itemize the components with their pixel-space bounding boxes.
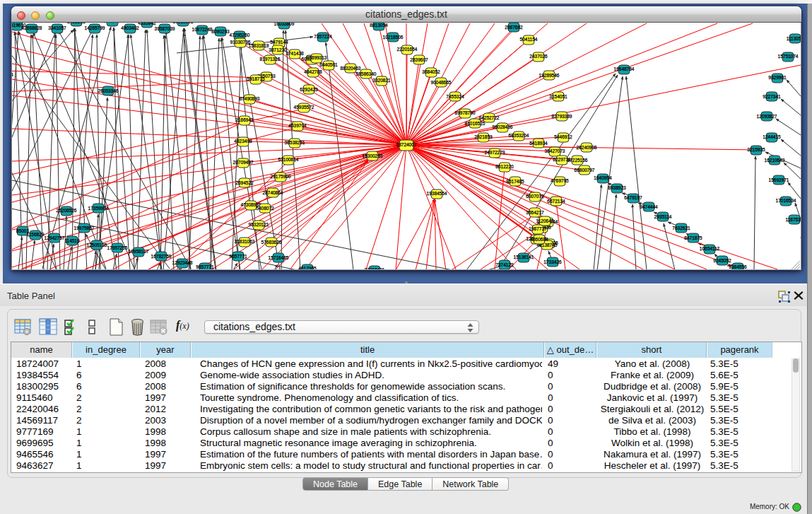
- svg-text:4335942: 4335942: [138, 23, 156, 25]
- svg-text:3684052: 3684052: [422, 69, 440, 74]
- svg-text:10958107: 10958107: [129, 249, 149, 254]
- svg-text:68353204: 68353204: [509, 133, 529, 138]
- svg-text:3154051: 3154051: [549, 94, 567, 99]
- svg-text:6672134: 6672134: [547, 199, 565, 204]
- svg-text:3320821: 3320821: [372, 78, 391, 83]
- svg-text:15716485: 15716485: [269, 255, 289, 260]
- svg-text:47295260: 47295260: [230, 33, 250, 37]
- svg-text:17957255: 17957255: [107, 245, 128, 250]
- svg-text:38538251: 38538251: [285, 140, 305, 145]
- svg-text:14265799: 14265799: [85, 25, 105, 30]
- svg-text:26053346: 26053346: [98, 88, 119, 93]
- svg-text:88320463: 88320463: [341, 66, 361, 71]
- svg-text:3741438: 3741438: [286, 51, 304, 56]
- svg-text:7455324: 7455324: [446, 94, 464, 99]
- svg-text:4539704: 4539704: [288, 123, 307, 128]
- svg-text:26206526: 26206526: [57, 208, 77, 213]
- svg-text:1640954: 1640954: [594, 175, 612, 180]
- svg-text:3341057: 3341057: [48, 25, 66, 30]
- svg-text:83793389: 83793389: [552, 114, 572, 119]
- svg-text:1244415: 1244415: [763, 134, 781, 139]
- svg-text:1167533: 1167533: [786, 217, 801, 222]
- svg-text:16210643: 16210643: [765, 158, 785, 163]
- svg-text:12923448: 12923448: [172, 260, 193, 265]
- svg-text:1113054: 1113054: [787, 36, 801, 41]
- svg-text:6292423: 6292423: [300, 87, 318, 92]
- svg-text:97225156: 97225156: [567, 158, 588, 163]
- svg-text:5408072: 5408072: [256, 206, 274, 211]
- svg-text:3564217: 3564217: [526, 210, 544, 215]
- svg-text:42868828: 42868828: [22, 25, 42, 30]
- svg-text:17359934: 17359934: [88, 206, 109, 211]
- svg-text:2694522: 2694522: [235, 180, 254, 185]
- svg-text:4903402: 4903402: [121, 25, 139, 30]
- svg-text:9329961: 9329961: [768, 75, 787, 80]
- svg-text:8471875: 8471875: [684, 235, 702, 240]
- svg-text:57683626: 57683626: [261, 240, 282, 245]
- svg-text:96028436: 96028436: [493, 124, 513, 129]
- svg-text:24972279: 24972279: [485, 150, 505, 155]
- svg-text:12093827: 12093827: [757, 114, 777, 119]
- svg-text:7357224: 7357224: [314, 34, 332, 39]
- svg-text:89978790: 89978790: [455, 110, 476, 115]
- svg-text:7632621: 7632621: [672, 226, 690, 230]
- svg-text:2458591: 2458591: [67, 23, 86, 24]
- svg-text:19289546: 19289546: [539, 73, 560, 78]
- svg-text:10218506: 10218506: [383, 35, 404, 40]
- svg-text:84252722: 84252722: [479, 115, 500, 120]
- svg-text:95320121: 95320121: [249, 222, 269, 227]
- svg-text:8090293: 8090293: [211, 29, 230, 34]
- svg-text:15692971: 15692971: [769, 177, 789, 182]
- svg-text:91030736: 91030736: [230, 40, 251, 45]
- svg-text:2437026: 2437026: [529, 54, 548, 59]
- svg-text:2166941: 2166941: [235, 117, 254, 122]
- svg-text:10872248: 10872248: [192, 27, 213, 32]
- svg-text:1733426: 1733426: [543, 259, 562, 264]
- svg-text:22201654: 22201654: [397, 47, 418, 52]
- svg-text:3871230: 3871230: [269, 47, 287, 52]
- svg-text:6007072: 6007072: [526, 194, 544, 199]
- svg-text:16782759: 16782759: [151, 254, 172, 259]
- svg-text:5446912: 5446912: [554, 134, 572, 139]
- svg-text:2935114: 2935114: [654, 214, 672, 219]
- svg-text:9657771: 9657771: [196, 264, 214, 269]
- svg-text:31831063: 31831063: [235, 239, 255, 244]
- svg-text:68800797: 68800797: [575, 168, 595, 173]
- svg-text:9245052: 9245052: [713, 258, 731, 263]
- svg-text:39587039: 39587039: [155, 26, 175, 31]
- svg-text:38427073: 38427073: [545, 148, 565, 153]
- svg-text:5418934: 5418934: [529, 141, 548, 146]
- svg-text:9227341: 9227341: [763, 94, 781, 99]
- svg-text:1156829: 1156829: [27, 232, 45, 237]
- svg-text:1120642: 1120642: [536, 218, 554, 223]
- svg-text:95899313: 95899313: [307, 55, 327, 60]
- svg-text:9517485: 9517485: [506, 179, 524, 184]
- svg-text:18724007: 18724007: [396, 142, 417, 147]
- svg-text:9657771: 9657771: [229, 254, 247, 259]
- svg-text:63100814: 63100814: [278, 157, 299, 162]
- svg-text:10654112: 10654112: [700, 246, 720, 251]
- svg-text:29175900: 29175900: [271, 174, 291, 179]
- svg-text:4842788: 4842788: [304, 69, 322, 74]
- svg-text:4769795: 4769795: [551, 178, 569, 183]
- svg-text:2839607: 2839607: [410, 57, 428, 62]
- svg-text:17016534: 17016534: [776, 198, 796, 203]
- svg-text:8612220: 8612220: [495, 164, 514, 169]
- svg-text:19975867: 19975867: [74, 226, 95, 230]
- svg-text:12505135: 12505135: [87, 243, 107, 247]
- svg-text:5041154: 5041154: [520, 37, 538, 42]
- svg-text:2571945: 2571945: [103, 23, 122, 23]
- svg-text:90048665: 90048665: [431, 80, 452, 85]
- svg-text:5479144: 5479144: [270, 40, 288, 45]
- svg-text:9474444: 9474444: [640, 204, 658, 209]
- svg-text:2687682: 2687682: [505, 25, 523, 30]
- svg-text:19384554: 19384554: [427, 191, 447, 196]
- svg-text:45935572: 45935572: [294, 105, 314, 110]
- svg-text:26240908: 26240908: [577, 145, 597, 150]
- svg-text:81016525: 81016525: [465, 121, 486, 126]
- svg-text:16033809: 16033809: [274, 23, 295, 26]
- svg-text:16648784: 16648784: [614, 66, 635, 71]
- svg-text:114519: 114519: [64, 238, 80, 243]
- svg-text:1987737: 1987737: [529, 226, 547, 231]
- svg-text:3215935: 3215935: [747, 147, 765, 152]
